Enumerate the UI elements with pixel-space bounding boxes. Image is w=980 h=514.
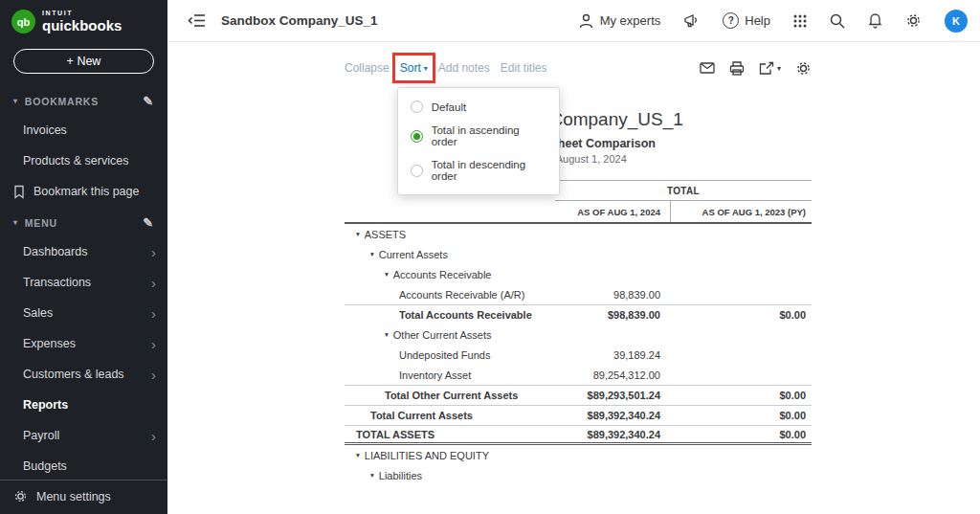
row-value-current: $89,392,340.24 [555, 429, 670, 440]
report-row: ▾Other Current Assets [345, 324, 812, 345]
sidebar-item-label: Products & services [23, 154, 128, 168]
announcements-megaphone-icon[interactable] [683, 13, 700, 28]
report-toolbar-icons: ▾ [700, 60, 812, 77]
menu-section-header[interactable]: ▾ MENU ✎ [0, 207, 167, 236]
sidebar-item-expenses[interactable]: Expenses› [0, 328, 167, 359]
row-label: ▾Current Assets [345, 249, 555, 260]
row-value-current: $98,839.00 [555, 309, 670, 321]
sort-option[interactable]: Default [398, 95, 559, 119]
column-header-current: AS OF AUG 1, 2024 [555, 201, 670, 222]
report-table: TOTAL AS OF AUG 1, 2024 AS OF AUG 1, 202… [345, 180, 812, 485]
new-button[interactable]: + New [13, 49, 154, 74]
user-avatar[interactable]: K [945, 10, 968, 33]
collapse-arrow-icon[interactable]: ▾ [356, 451, 360, 459]
sidebar-item-sales[interactable]: Sales› [0, 298, 167, 328]
export-icon [759, 61, 774, 76]
sort-button[interactable]: Sort ▾ [400, 61, 428, 75]
radio-unselected-icon[interactable] [411, 165, 423, 177]
row-label-text: Total Accounts Receivable [399, 309, 532, 321]
sidebar-bookmark-products-services[interactable]: Products & services [0, 145, 167, 176]
report-row: TOTAL ASSETS$89,392,340.24$0.00 [345, 425, 812, 445]
collapse-arrow-icon[interactable]: ▾ [385, 270, 389, 279]
collapse-arrow-icon[interactable]: ▾ [356, 230, 360, 238]
sort-option[interactable]: Total in descending order [398, 153, 559, 188]
person-icon [579, 13, 593, 29]
report-row: Total Accounts Receivable$98,839.00$0.00 [345, 304, 812, 324]
row-label: ▾LIABILITIES AND EQUITY [345, 450, 555, 461]
total-column-group-header: TOTAL [555, 180, 812, 201]
chevron-right-icon: › [151, 276, 156, 290]
radio-unselected-icon[interactable] [411, 101, 423, 113]
add-notes-link[interactable]: Add notes [438, 61, 490, 75]
row-label-text: Liabilities [379, 470, 422, 481]
apps-grid-icon[interactable] [793, 14, 807, 28]
collapse-arrow-icon[interactable]: ▾ [385, 330, 389, 339]
report-row: Total Other Current Assets$89,293,501.24… [345, 385, 812, 405]
row-label: ▾Other Current Assets [345, 329, 555, 341]
my-experts-button[interactable]: My experts [579, 13, 661, 29]
sidebar-item-budgets[interactable]: Budgets [0, 451, 167, 481]
sidebar-bookmark-invoices[interactable]: Invoices [0, 115, 167, 145]
row-label-text: Other Current Assets [393, 329, 492, 341]
report-row: Inventory Asset89,254,312.00 [345, 365, 812, 385]
row-label: Total Current Assets [345, 410, 555, 421]
row-label-text: Total Current Assets [370, 410, 473, 421]
row-label-text: Total Other Current Assets [385, 390, 518, 401]
sort-option[interactable]: Total in ascending order [398, 119, 559, 153]
sidebar-item-label: Reports [23, 398, 68, 412]
sidebar-item-customers-leads[interactable]: Customers & leads› [0, 359, 167, 390]
row-label: Inventory Asset [345, 369, 555, 381]
search-icon[interactable] [830, 13, 845, 29]
sidebar-item-transactions[interactable]: Transactions› [0, 267, 167, 298]
row-value-prior-year: $0.00 [670, 410, 812, 421]
row-label: Total Other Current Assets [345, 390, 555, 401]
row-label-text: Inventory Asset [399, 369, 471, 381]
help-button[interactable]: ? Help [723, 12, 770, 29]
row-value-prior-year: $0.00 [670, 309, 812, 321]
print-icon[interactable] [729, 61, 745, 76]
report-toolbar: Collapse Sort ▾ DefaultTotal in ascendin… [345, 56, 812, 80]
row-label: Total Accounts Receivable [345, 309, 555, 321]
collapse-link[interactable]: Collapse [345, 61, 390, 75]
report-row: ▾ASSETS [345, 224, 812, 244]
topbar-right-cluster: My experts ? Help K [579, 10, 968, 33]
sort-control: Sort ▾ DefaultTotal in ascending orderTo… [400, 61, 428, 75]
edit-titles-link[interactable]: Edit titles [501, 61, 547, 75]
row-value-current: $89,392,340.24 [555, 410, 670, 421]
sidebar-item-label: Transactions [23, 276, 91, 289]
report-settings-gear-icon[interactable] [795, 60, 812, 77]
main-area: Sandbox Company_US_1 My experts ? Help [167, 0, 980, 514]
collapse-arrow-icon[interactable]: ▾ [370, 471, 374, 480]
collapse-arrow-icon[interactable]: ▾ [370, 250, 374, 258]
edit-bookmarks-pencil-icon[interactable]: ✎ [143, 94, 154, 108]
report-row: ▾Current Assets [345, 244, 812, 264]
sidebar-item-dashboards[interactable]: Dashboards› [0, 236, 167, 267]
bookmarks-section-header[interactable]: ▾ BOOKMARKS ✎ [0, 85, 167, 115]
row-value-current: $89,293,501.24 [555, 390, 670, 401]
my-experts-label: My experts [600, 13, 661, 28]
report-table-body: ▾ASSETS▾Current Assets▾Accounts Receivab… [345, 224, 812, 485]
report-toolbar-links: Collapse Sort ▾ DefaultTotal in ascendin… [345, 61, 546, 75]
sidebar-item-payroll[interactable]: Payroll› [0, 420, 167, 451]
notifications-bell-icon[interactable] [868, 12, 882, 29]
qb-logo-icon: qb [11, 10, 35, 34]
menu-settings[interactable]: Menu settings [0, 480, 167, 514]
bookmarks-list: InvoicesProducts & services [0, 115, 167, 176]
sidebar-item-label: Budgets [23, 459, 67, 473]
quickbooks-logo[interactable]: qb INTUIT quickbooks [0, 0, 167, 41]
chevron-right-icon: › [151, 306, 156, 321]
row-value-prior-year: $0.00 [670, 429, 812, 440]
bookmark-this-page[interactable]: Bookmark this page [0, 176, 167, 207]
chevron-down-icon: ▾ [13, 218, 18, 227]
chevron-right-icon: › [151, 368, 156, 382]
sidebar-item-label: Invoices [23, 123, 67, 137]
company-name: Sandbox Company_US_1 [221, 13, 378, 28]
edit-menu-pencil-icon[interactable]: ✎ [143, 215, 154, 230]
radio-selected-icon[interactable] [411, 130, 423, 143]
email-icon[interactable] [700, 62, 715, 74]
sidebar-collapse-icon[interactable] [188, 13, 206, 28]
export-button[interactable]: ▾ [759, 61, 781, 76]
sidebar-item-reports[interactable]: Reports [0, 390, 167, 420]
settings-gear-icon[interactable] [905, 12, 922, 29]
sidebar-item-label: Sales [23, 306, 53, 320]
